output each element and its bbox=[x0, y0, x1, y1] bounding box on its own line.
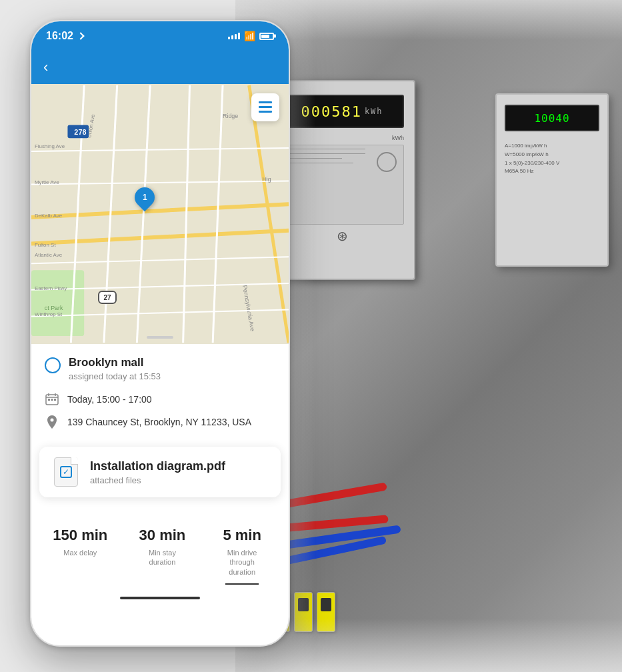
map-pin-1[interactable]: 1 bbox=[135, 187, 155, 207]
content-area: Brooklyn mall assigned today at 15:53 To… bbox=[31, 344, 289, 444]
location-info: Brooklyn mall assigned today at 15:53 bbox=[69, 356, 275, 381]
svg-text:Ridge: Ridge bbox=[223, 113, 238, 119]
meter-box-2: 10040 A=1000 imp/kW h W=5000 imp/kW h 1 … bbox=[495, 93, 609, 267]
stat-min-stay: 30 min Min stay duration bbox=[137, 527, 187, 585]
phone-mockup: 16:02 📶 ‹ bbox=[30, 20, 290, 647]
bg-fade-bottom bbox=[235, 619, 622, 672]
svg-text:Fulton St: Fulton St bbox=[35, 242, 56, 248]
attachment-info: Installation diagram.pdf attached files bbox=[90, 459, 269, 485]
stat-min-stay-value: 30 min bbox=[139, 527, 186, 544]
wifi-icon: 📶 bbox=[244, 31, 255, 41]
calendar-icon bbox=[45, 392, 59, 407]
svg-text:Hig: Hig bbox=[262, 176, 271, 183]
layers-icon bbox=[259, 101, 272, 113]
attachment-filename: Installation diagram.pdf bbox=[90, 459, 269, 473]
address-text: 139 Chauncey St, Brooklyn, NY 11233, USA bbox=[67, 417, 251, 427]
svg-text:278: 278 bbox=[74, 128, 86, 136]
stat-min-drive-label: Min drive through duration bbox=[217, 548, 267, 577]
svg-text:Eastern Pkwy: Eastern Pkwy bbox=[35, 285, 67, 291]
location-arrow-icon bbox=[77, 32, 84, 39]
stat-max-delay: 150 min Max delay bbox=[53, 527, 107, 585]
nav-bar: ‹ bbox=[31, 51, 289, 84]
svg-rect-1 bbox=[31, 270, 84, 336]
route-27-sign: 27 bbox=[98, 291, 117, 304]
signal-icon bbox=[228, 33, 240, 39]
status-icons: 📶 bbox=[228, 31, 274, 41]
meter-specs: A=1000 imp/kW h W=5000 imp/kW h 1 x 5(0)… bbox=[497, 137, 607, 181]
attachment-section: Installation diagram.pdf attached files bbox=[31, 444, 289, 508]
back-button[interactable]: ‹ bbox=[43, 60, 48, 75]
svg-rect-34 bbox=[51, 399, 53, 401]
map-svg: ct Park Pennsylvania Ave Union Ave Flush… bbox=[31, 84, 289, 344]
svg-rect-35 bbox=[54, 399, 56, 401]
status-bar: 16:02 📶 bbox=[31, 21, 289, 51]
bg-fade-top bbox=[235, 0, 622, 40]
stat-min-drive: 5 min Min drive through duration bbox=[217, 527, 267, 585]
svg-point-36 bbox=[51, 419, 54, 422]
svg-text:ct Park: ct Park bbox=[45, 305, 63, 311]
svg-text:Atlantic Ave: Atlantic Ave bbox=[35, 252, 63, 258]
address-pin-icon bbox=[45, 415, 59, 429]
attachment-icon bbox=[51, 457, 81, 487]
stat-min-drive-value: 5 min bbox=[223, 527, 261, 544]
svg-rect-33 bbox=[48, 399, 50, 401]
stat-min-stay-label: Min stay duration bbox=[137, 548, 187, 567]
background-photo: 000581 kWh kWh ⊛ 10040 A=1000 imp/kW h W… bbox=[235, 0, 622, 672]
map-area[interactable]: ct Park Pennsylvania Ave Union Ave Flush… bbox=[31, 84, 289, 344]
address-row: 139 Chauncey St, Brooklyn, NY 11233, USA bbox=[45, 415, 275, 429]
svg-text:Myrtle Ave: Myrtle Ave bbox=[35, 179, 59, 185]
stats-row: 150 min Max delay 30 min Min stay durati… bbox=[31, 513, 289, 591]
location-assigned: assigned today at 15:53 bbox=[69, 371, 275, 381]
checkmark-icon bbox=[60, 466, 72, 478]
home-indicator bbox=[31, 591, 289, 605]
home-bar bbox=[120, 597, 200, 599]
stat-underline bbox=[225, 583, 259, 585]
attachment-card[interactable]: Installation diagram.pdf attached files bbox=[39, 447, 281, 497]
stat-max-delay-label: Max delay bbox=[63, 548, 97, 557]
map-layers-button[interactable] bbox=[251, 93, 279, 121]
svg-text:Flushing Ave: Flushing Ave bbox=[35, 143, 65, 149]
status-time: 16:02 bbox=[46, 30, 83, 42]
location-status-icon bbox=[45, 357, 61, 373]
battery-icon bbox=[259, 33, 274, 40]
meter-display-2: 10040 bbox=[505, 105, 599, 131]
location-header: Brooklyn mall assigned today at 15:53 bbox=[45, 356, 275, 381]
svg-text:Winthrop St: Winthrop St bbox=[35, 311, 63, 317]
schedule-row: Today, 15:00 - 17:00 bbox=[45, 392, 275, 407]
schedule-text: Today, 15:00 - 17:00 bbox=[67, 394, 152, 405]
location-name: Brooklyn mall bbox=[69, 356, 275, 369]
stat-max-delay-value: 150 min bbox=[53, 527, 107, 544]
attachment-label: attached files bbox=[90, 475, 269, 485]
svg-text:DeKalb Ave: DeKalb Ave bbox=[35, 213, 63, 219]
map-scroll-indicator bbox=[147, 336, 173, 339]
